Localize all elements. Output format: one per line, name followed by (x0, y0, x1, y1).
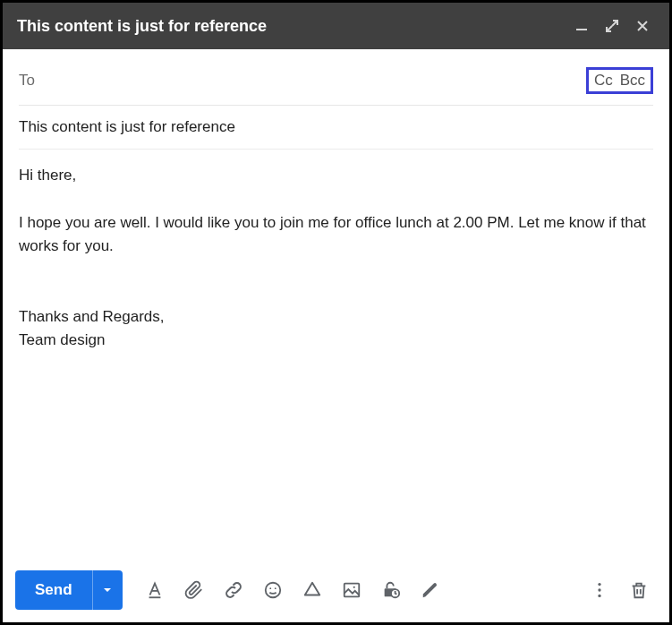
image-icon[interactable] (334, 572, 370, 608)
compose-body: To Cc Bcc Hi there, I hope you are well.… (3, 49, 669, 560)
svg-point-3 (269, 587, 271, 589)
confidential-icon[interactable] (373, 572, 409, 608)
window-title: This content is just for reference (17, 17, 564, 36)
svg-point-2 (265, 583, 280, 598)
drive-icon[interactable] (294, 572, 330, 608)
to-input[interactable] (44, 70, 586, 91)
message-body[interactable]: Hi there, I hope you are well. I would l… (19, 150, 653, 560)
send-group: Send (15, 570, 123, 610)
svg-point-6 (353, 586, 354, 588)
trash-icon[interactable] (621, 572, 657, 608)
emoji-icon[interactable] (255, 572, 291, 608)
svg-rect-0 (576, 29, 587, 30)
close-icon[interactable] (630, 13, 655, 39)
send-button[interactable]: Send (15, 570, 92, 610)
svg-rect-1 (149, 596, 160, 598)
subject-input[interactable] (19, 118, 653, 136)
subject-row (19, 106, 653, 150)
minimize-icon[interactable] (569, 13, 594, 39)
send-options-button[interactable] (92, 570, 123, 610)
window-titlebar: This content is just for reference (3, 3, 669, 49)
svg-point-11 (598, 595, 600, 597)
svg-point-9 (598, 583, 600, 586)
svg-point-4 (274, 587, 276, 589)
compose-toolbar: Send (3, 560, 669, 622)
to-label: To (19, 72, 35, 90)
svg-point-10 (598, 588, 600, 591)
link-icon[interactable] (216, 572, 251, 608)
pen-icon[interactable] (413, 572, 448, 608)
cc-button[interactable]: Cc (594, 72, 613, 90)
recipients-row: To Cc Bcc (19, 58, 653, 106)
attachment-icon[interactable] (176, 572, 212, 608)
formatting-icon[interactable] (137, 572, 173, 608)
more-options-icon[interactable] (582, 572, 617, 608)
bcc-button[interactable]: Bcc (620, 72, 645, 90)
cc-bcc-highlight: Cc Bcc (586, 67, 653, 94)
expand-icon[interactable] (600, 13, 625, 39)
